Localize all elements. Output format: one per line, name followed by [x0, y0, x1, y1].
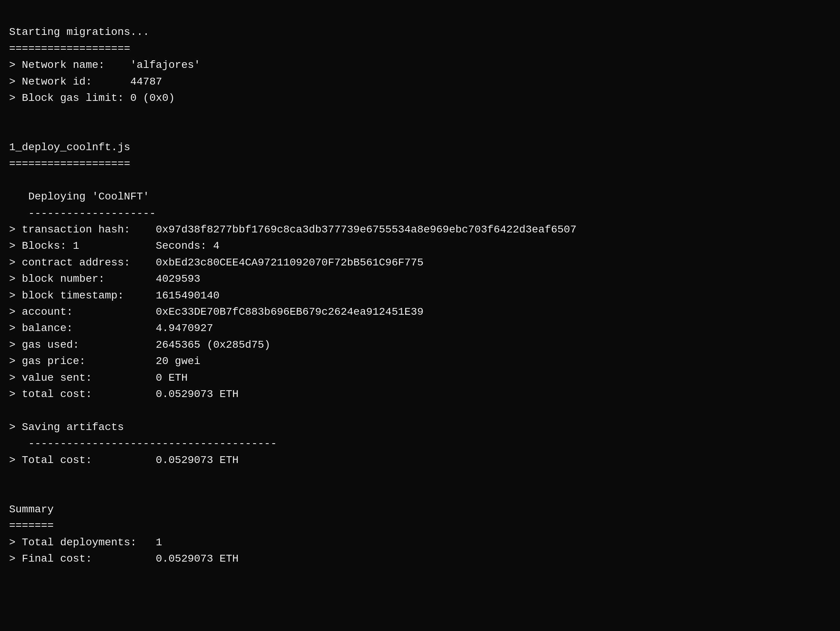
- terminal-line-block-ts: > block timestamp: 1615490140: [9, 287, 831, 304]
- terminal-line-dashes1: --------------------: [9, 205, 831, 221]
- terminal-line-gas-used: > gas used: 2645365 (0x285d75): [9, 337, 831, 353]
- terminal-output: Starting migrations...==================…: [9, 8, 831, 567]
- terminal-line-deploy-file: 1_deploy_coolnft.js: [9, 139, 831, 156]
- terminal-line-contract-addr: > contract address: 0xbEd23c80CEE4CA9721…: [9, 254, 831, 271]
- terminal-line-block-gas: > Block gas limit: 0 (0x0): [9, 90, 831, 106]
- terminal-line-account: > account: 0xEc33DE70B7fC883b696EB679c26…: [9, 304, 831, 320]
- terminal-line-starting: Starting migrations...: [9, 24, 831, 40]
- terminal-line-total-cost: > total cost: 0.0529073 ETH: [9, 386, 831, 402]
- terminal-line-total-cost-summary: > Total cost: 0.0529073 ETH: [9, 452, 831, 469]
- empty-line-empty6: [9, 484, 831, 501]
- empty-line-empty2: [9, 123, 831, 139]
- terminal-line-sep3: =======: [9, 517, 831, 534]
- terminal-line-deploying: Deploying 'CoolNFT': [9, 188, 831, 205]
- empty-line-empty5: [9, 469, 831, 484]
- terminal-line-value-sent: > value sent: 0 ETH: [9, 370, 831, 386]
- terminal-line-dashes2: ---------------------------------------: [9, 435, 831, 452]
- terminal-line-block-number: > block number: 4029593: [9, 271, 831, 287]
- terminal-line-tx-hash: > transaction hash: 0x97d38f8277bbf1769c…: [9, 221, 831, 238]
- terminal-line-network-id: > Network id: 44787: [9, 74, 831, 90]
- terminal-line-saving: > Saving artifacts: [9, 419, 831, 435]
- terminal-line-sep1: ===================: [9, 41, 831, 57]
- empty-line-empty4: [9, 402, 831, 419]
- terminal-line-blocks: > Blocks: 1 Seconds: 4: [9, 238, 831, 254]
- terminal-line-gas-price: > gas price: 20 gwei: [9, 353, 831, 369]
- terminal-line-total-deployments: > Total deployments: 1: [9, 534, 831, 551]
- terminal-line-summary: Summary: [9, 501, 831, 517]
- empty-line-empty1: [9, 106, 831, 123]
- terminal-line-sep2: ===================: [9, 156, 831, 172]
- empty-line-empty3: [9, 172, 831, 188]
- terminal-line-balance: > balance: 4.9470927: [9, 320, 831, 336]
- terminal-line-network-name: > Network name: 'alfajores': [9, 57, 831, 73]
- terminal-line-final-cost: > Final cost: 0.0529073 ETH: [9, 551, 831, 567]
